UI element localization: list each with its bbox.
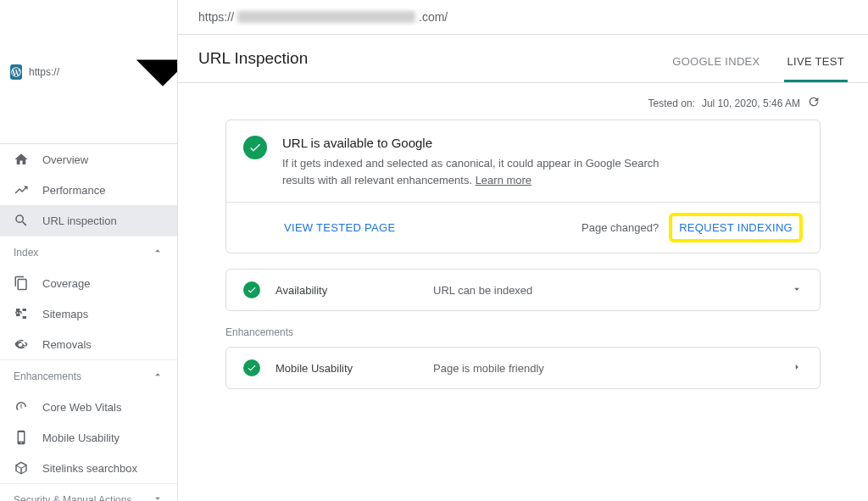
trend-icon xyxy=(14,182,29,198)
coverage-icon xyxy=(14,276,29,291)
availability-label: Availability xyxy=(275,284,418,297)
check-icon xyxy=(243,359,260,376)
tab-live-test[interactable]: LIVE TEST xyxy=(784,45,848,82)
url-redacted xyxy=(237,11,415,23)
status-description: If it gets indexed and selected as canon… xyxy=(282,155,672,188)
page-title: URL Inspection xyxy=(198,49,308,78)
chevron-down-icon xyxy=(36,7,178,136)
sidebar-section-index[interactable]: Index xyxy=(0,237,177,268)
chevron-right-icon xyxy=(791,361,803,376)
sidebar-item-removals[interactable]: Removals xyxy=(0,329,177,359)
speed-icon xyxy=(14,399,29,415)
status-row: URL is available to Google If it gets in… xyxy=(226,120,820,202)
learn-more-link[interactable]: Learn more xyxy=(476,174,531,186)
url-suffix: .com/ xyxy=(419,10,448,24)
tab-google-index[interactable]: GOOGLE INDEX xyxy=(669,45,763,82)
property-selector[interactable]: https:// xyxy=(0,0,177,144)
tested-on-row: Tested on: Jul 10, 2020, 5:46 AM xyxy=(178,83,868,120)
sidebar-section-label: Enhancements xyxy=(14,370,81,382)
view-tested-page-button[interactable]: VIEW TESTED PAGE xyxy=(243,221,395,234)
enhancements-section-label: Enhancements xyxy=(225,326,821,338)
status-title: URL is available to Google xyxy=(282,136,672,150)
search-icon xyxy=(14,213,29,228)
sidebar-item-label: Coverage xyxy=(42,277,90,290)
sidebar-item-sitelinks-searchbox[interactable]: Sitelinks searchbox xyxy=(0,453,177,483)
sidebar-item-url-inspection[interactable]: URL inspection xyxy=(0,205,177,236)
availability-value: URL can be indexed xyxy=(433,284,776,297)
url-bar[interactable]: https:// .com/ xyxy=(178,0,868,35)
status-actions: VIEW TESTED PAGE Page changed? REQUEST I… xyxy=(226,202,820,253)
sidebar-section-label: Index xyxy=(14,247,38,259)
sidebar-section-label: Security & Manual Actions xyxy=(14,494,131,502)
sidebar-item-label: URL inspection xyxy=(42,214,117,227)
availability-card[interactable]: Availability URL can be indexed xyxy=(225,269,821,311)
sidebar-section-enhancements[interactable]: Enhancements xyxy=(0,360,177,392)
sidebar-item-label: Removals xyxy=(42,338,92,351)
sidebar-item-coverage[interactable]: Coverage xyxy=(0,268,177,298)
page-header: URL Inspection GOOGLE INDEX LIVE TEST xyxy=(178,35,868,83)
sidebar-item-mobile-usability[interactable]: Mobile Usability xyxy=(0,422,177,453)
sidebar-item-label: Mobile Usability xyxy=(42,431,120,444)
tested-on-label: Tested on: xyxy=(648,97,695,109)
sidebar-section-security[interactable]: Security & Manual Actions xyxy=(0,484,177,501)
sitemap-icon xyxy=(14,306,29,321)
sidebar-item-label: Core Web Vitals xyxy=(42,401,121,414)
mobile-usability-label: Mobile Usability xyxy=(275,362,418,375)
sidebar-item-label: Overview xyxy=(42,153,88,166)
removals-icon xyxy=(14,337,29,352)
url-prefix: https:// xyxy=(198,10,234,24)
check-icon xyxy=(243,281,260,298)
phone-icon xyxy=(14,430,29,445)
sidebar-item-sitemaps[interactable]: Sitemaps xyxy=(0,298,177,329)
status-card: URL is available to Google If it gets in… xyxy=(225,120,821,253)
sidebar-item-label: Sitemaps xyxy=(42,308,88,320)
check-icon xyxy=(243,136,267,159)
sidebar-item-label: Sitelinks searchbox xyxy=(42,462,137,475)
refresh-button[interactable] xyxy=(807,95,821,111)
sidebar-item-core-web-vitals[interactable]: Core Web Vitals xyxy=(0,392,177,422)
sidebar-item-overview[interactable]: Overview xyxy=(0,144,177,175)
box-icon xyxy=(14,460,29,476)
chevron-down-icon xyxy=(152,493,164,501)
chevron-down-icon xyxy=(791,283,803,298)
tabs: GOOGLE INDEX LIVE TEST xyxy=(669,45,848,82)
chevron-up-icon xyxy=(152,245,164,259)
content: Tested on: Jul 10, 2020, 5:46 AM URL is … xyxy=(178,83,868,501)
main: https:// .com/ URL Inspection GOOGLE IND… xyxy=(178,0,868,501)
tested-on-value: Jul 10, 2020, 5:46 AM xyxy=(702,97,800,109)
sidebar-item-performance[interactable]: Performance xyxy=(0,175,177,205)
sidebar-item-label: Performance xyxy=(42,184,105,197)
request-indexing-button[interactable]: REQUEST INDEXING xyxy=(669,213,803,242)
home-icon xyxy=(14,152,29,167)
chevron-up-icon xyxy=(152,369,164,383)
mobile-usability-card[interactable]: Mobile Usability Page is mobile friendly xyxy=(225,347,821,389)
sidebar: https:// Overview Performance URL inspec… xyxy=(0,0,178,501)
mobile-usability-value: Page is mobile friendly xyxy=(433,362,776,375)
wordpress-icon xyxy=(10,64,22,80)
page-changed-label: Page changed? xyxy=(581,221,659,234)
